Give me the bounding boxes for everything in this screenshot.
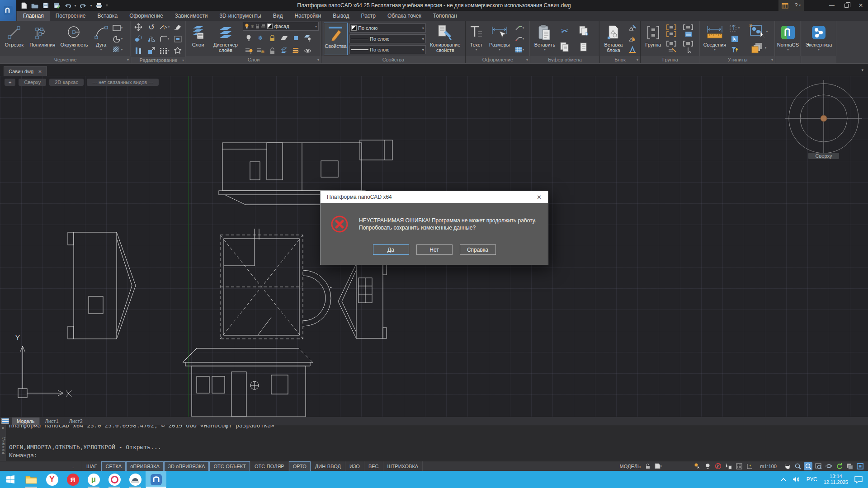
copy-properties-button[interactable]: Копирование свойств — [427, 22, 464, 56]
layer-plane-icon[interactable] — [278, 33, 290, 43]
table-icon[interactable]: ▾ — [514, 44, 525, 55]
cursor-menu-icon[interactable] — [724, 462, 733, 470]
section-label-annotate[interactable]: Оформление▾ — [466, 56, 530, 63]
document-tab[interactable]: Савич.dwg ✕ — [4, 66, 47, 76]
sheet-icon[interactable]: ▾ — [654, 462, 662, 470]
expertise-button[interactable]: Экспертиза ▾ — [803, 22, 835, 56]
leader-icon[interactable]: ▾ — [514, 33, 525, 44]
layers-on-icon[interactable] — [243, 45, 255, 56]
linked-views-button[interactable]: --- нет связанных видов --- — [87, 79, 159, 86]
paste-button[interactable]: Вставить ▾ — [532, 22, 558, 56]
bulb-icon[interactable] — [243, 33, 255, 43]
help-dialog-button[interactable]: Справка — [460, 244, 496, 255]
erase-icon[interactable] — [172, 22, 184, 33]
properties-button[interactable]: Свойства — [324, 23, 348, 55]
tray-expand-icon[interactable] — [781, 478, 786, 481]
cut-icon[interactable]: ✂ — [559, 25, 571, 36]
lock-ui-icon[interactable] — [643, 462, 652, 470]
leader-add-icon[interactable]: ▾ — [514, 23, 525, 33]
command-panel[interactable]: ✕ Команд Платформа nanoCAD x64 25.0 25.0… — [0, 425, 868, 461]
section-label-draw[interactable]: Черчение▾ — [0, 56, 131, 63]
group-button[interactable]: Группа — [642, 22, 665, 56]
ribbon-tab-postroenie[interactable]: Построение — [50, 11, 92, 21]
ribbon-tab-3d[interactable]: 3D-инструменты — [213, 11, 267, 21]
ribbon-tab-vstavka[interactable]: Вставка — [92, 11, 124, 21]
array-icon[interactable]: ▾ — [159, 45, 170, 56]
copy-icon[interactable] — [132, 33, 144, 44]
hatch-tool[interactable]: ▾ — [112, 44, 123, 55]
tab-list1[interactable]: Лист1 — [40, 418, 64, 425]
toggle-shtrihovka[interactable]: ШТРИХОВКА — [383, 461, 423, 471]
trim-icon[interactable]: ▾ — [159, 22, 170, 33]
toggle-dyn-input[interactable]: ДИН-ВВОД — [311, 461, 345, 471]
ribbon-tab-oblaka[interactable]: Облака точек — [382, 11, 427, 21]
dynamic-ucs-icon[interactable] — [745, 462, 754, 470]
start-button[interactable] — [0, 471, 21, 488]
current-layer-icon[interactable] — [290, 33, 302, 43]
expertise-dropdown-icon[interactable]: ▾ — [818, 48, 820, 51]
layer-manager-button[interactable]: Диспетчер слоёв — [209, 22, 242, 56]
undo-dropdown-icon[interactable]: ▾ — [73, 1, 77, 10]
lineweight-combo-dropdown-icon[interactable]: ▾ — [420, 48, 424, 52]
clock[interactable]: 13:14 12.11.2025 — [824, 474, 848, 485]
arc-dropdown-icon[interactable]: ▾ — [100, 48, 102, 51]
restore-button[interactable] — [839, 0, 854, 11]
pan-icon[interactable] — [783, 462, 792, 470]
help-dropdown-icon[interactable]: ▾ — [799, 4, 801, 7]
new-file-icon[interactable] — [19, 1, 29, 10]
document-tab-close-icon[interactable]: ✕ — [38, 69, 42, 74]
opera-gx-icon[interactable] — [104, 471, 125, 488]
group-select-icon[interactable] — [682, 39, 694, 55]
linetype-combo[interactable]: По слою▾ — [349, 34, 426, 43]
ellipse-arc-tool[interactable]: ▾ — [112, 33, 123, 44]
stretch-icon[interactable] — [132, 45, 144, 56]
viewport-frame-icon[interactable] — [856, 462, 864, 470]
select-similar-icon[interactable]: ▾ — [746, 23, 771, 40]
paste-special-icon[interactable] — [578, 42, 590, 52]
section-label-block[interactable]: Блок▾ — [600, 56, 640, 63]
layout-list-icon[interactable] — [1, 418, 9, 424]
group-create-icon[interactable] — [665, 23, 677, 38]
redo-dropdown-icon[interactable]: ▾ — [89, 1, 93, 10]
no-osnap-icon[interactable] — [714, 462, 722, 470]
no-button[interactable]: Нет — [416, 244, 453, 255]
toggle-osnap[interactable]: оПРИВЯЗКА — [126, 461, 164, 471]
save-icon[interactable] — [41, 1, 51, 10]
lineweight-combo[interactable]: По слою▾ — [349, 45, 426, 54]
selection-highlight-icon[interactable] — [693, 462, 702, 470]
eye-icon[interactable] — [302, 45, 313, 56]
section-label-clipboard[interactable]: Буфер обмена — [530, 56, 599, 63]
ribbon-tab-zavisimosti[interactable]: Зависимости — [169, 11, 214, 21]
print-icon[interactable] — [94, 1, 104, 10]
group-list-icon[interactable] — [682, 23, 694, 38]
quick-select-icon[interactable]: ▾ — [729, 23, 741, 33]
move-icon[interactable] — [132, 22, 144, 33]
rotate-icon[interactable]: ↺ — [146, 22, 157, 33]
section-label-properties[interactable]: Свойства — [321, 56, 465, 63]
ribbon-collapse-icon[interactable]: ▾ — [861, 68, 863, 72]
error-dialog-titlebar[interactable]: Платформа nanoCAD x64 ✕ — [321, 191, 548, 203]
insert-block-button[interactable]: Вставка блока — [601, 22, 626, 56]
toggle-otrack[interactable]: ОТС-ОБЪЕКТ — [209, 461, 250, 471]
undo-icon[interactable] — [62, 1, 72, 10]
tab-model[interactable]: Модель — [12, 418, 40, 425]
ribbon-tab-rastr[interactable]: Растр — [355, 11, 382, 21]
layers-freeze-all-icon[interactable]: ❄ — [255, 45, 266, 56]
file-explorer-icon[interactable] — [21, 471, 42, 488]
section-label-utilities[interactable]: Утилиты▾ — [700, 56, 775, 63]
copy-with-basepoint-icon[interactable] — [578, 25, 590, 36]
redo-icon[interactable] — [78, 1, 88, 10]
calendar-icon[interactable] — [778, 0, 792, 11]
offset-icon[interactable] — [172, 33, 184, 44]
qat-customize-icon[interactable]: ≡ — [105, 1, 109, 10]
viewport-menu-button[interactable]: + — [5, 79, 15, 86]
navigator-label[interactable]: Сверху — [808, 153, 839, 159]
fillet-icon[interactable]: ▾ — [159, 33, 170, 44]
notification-center-icon[interactable] — [854, 476, 863, 483]
layer-swap-icon[interactable] — [278, 45, 290, 56]
freeze-icon[interactable]: ❄ — [255, 33, 266, 43]
text-button[interactable]: Текст ▾ — [467, 22, 486, 56]
nanocad-logo[interactable] — [0, 0, 16, 21]
zoom-realtime-icon[interactable] — [804, 462, 812, 470]
scale-icon[interactable] — [146, 45, 157, 56]
